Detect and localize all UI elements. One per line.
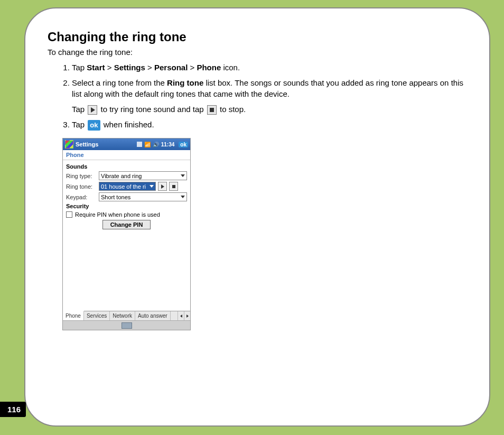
text: when finished. — [101, 120, 154, 129]
tab-auto-answer[interactable]: Auto answer — [135, 311, 171, 320]
titlebar-title: Settings — [76, 141, 137, 147]
device-screenshot: Settings 📶 🔊 11:34 ok Phone Sounds Ring … — [62, 138, 191, 330]
ring-type-combo[interactable]: Vibrate and ring — [99, 171, 187, 180]
require-pin-label: Require PIN when phone is used — [75, 211, 160, 218]
ring-tone-combo[interactable]: 01 house of the ri — [99, 182, 156, 191]
bold-ringtone: Ring tone — [167, 78, 203, 87]
sounds-section-label: Sounds — [66, 163, 187, 170]
page-number: 116 — [0, 402, 26, 417]
signal-icon: 📶 — [144, 142, 151, 147]
scroll-right-button[interactable] — [184, 311, 190, 320]
status-area: 📶 🔊 11:34 ok — [137, 142, 188, 147]
text: to stop. — [218, 105, 246, 114]
clock-text: 11:34 — [161, 142, 175, 147]
keypad-value: Short tones — [101, 194, 130, 200]
text: Tap — [72, 120, 87, 129]
text: Select a ring tone from the — [72, 78, 167, 87]
ok-button[interactable]: ok — [179, 142, 188, 147]
sep: > — [145, 63, 154, 72]
steps-list: Tap Start > Settings > Personal > Phone … — [48, 62, 468, 131]
keyboard-icon[interactable] — [122, 322, 132, 329]
spacer — [66, 233, 187, 311]
chevron-down-icon — [150, 185, 154, 188]
chevron-down-icon — [181, 196, 185, 198]
require-pin-checkbox[interactable] — [66, 211, 72, 218]
intro-text: To change the ring tone: — [48, 48, 468, 57]
bold-settings: Settings — [114, 63, 145, 72]
device-tabs: Phone Services Network Auto answer — [63, 311, 190, 320]
device-subheader: Phone — [63, 150, 190, 160]
step-1: Tap Start > Settings > Personal > Phone … — [72, 62, 468, 73]
manual-page: Changing the ring tone To change the rin… — [24, 7, 490, 427]
device-bottombar — [63, 320, 190, 330]
change-pin-button[interactable]: Change PIN — [102, 220, 151, 229]
ring-tone-value: 01 house of the ri — [101, 183, 146, 190]
ring-tone-label: Ring tone: — [66, 183, 97, 190]
tab-scroll — [178, 311, 190, 320]
require-pin-row: Require PIN when phone is used — [66, 211, 187, 218]
bold-start: Start — [87, 63, 105, 72]
text: Tap — [72, 63, 87, 72]
step-2-sub: Tap to try ring tone sound and tap to st… — [72, 104, 468, 115]
stop-icon — [207, 105, 217, 115]
tab-network[interactable]: Network — [110, 311, 135, 320]
play-icon — [88, 105, 97, 115]
chevron-down-icon — [181, 174, 185, 177]
security-section-label: Security — [66, 203, 187, 209]
ok-icon: ok — [88, 120, 100, 131]
bold-personal: Personal — [154, 63, 188, 72]
status-icon — [137, 142, 142, 147]
step-3: Tap ok when finished. — [72, 119, 468, 131]
ring-type-label: Ring type: — [66, 173, 97, 179]
speaker-icon: 🔊 — [153, 142, 159, 147]
keypad-row: Keypad: Short tones — [66, 192, 187, 201]
step-2: Select a ring tone from the Ring tone li… — [72, 77, 468, 115]
ring-type-value: Vibrate and ring — [101, 173, 142, 179]
tab-phone[interactable]: Phone — [63, 311, 84, 320]
page-title: Changing the ring tone — [48, 30, 468, 44]
bold-phone: Phone — [197, 63, 221, 72]
ring-type-row: Ring type: Vibrate and ring — [66, 171, 187, 180]
ring-tone-row: Ring tone: 01 house of the ri — [66, 182, 187, 191]
stop-button[interactable] — [169, 182, 178, 191]
tab-services[interactable]: Services — [84, 311, 110, 320]
start-flag-icon[interactable] — [65, 140, 73, 149]
text: icon. — [221, 63, 240, 72]
keypad-label: Keypad: — [66, 194, 97, 200]
scroll-left-button[interactable] — [178, 311, 184, 320]
text: Tap — [72, 105, 87, 114]
device-body: Sounds Ring type: Vibrate and ring Ring … — [63, 160, 190, 311]
sep: > — [105, 63, 114, 72]
keypad-combo[interactable]: Short tones — [99, 192, 187, 201]
sep: > — [188, 63, 197, 72]
device-titlebar: Settings 📶 🔊 11:34 ok — [63, 138, 190, 150]
text: to try ring tone sound and tap — [98, 105, 206, 114]
play-button[interactable] — [158, 182, 167, 191]
